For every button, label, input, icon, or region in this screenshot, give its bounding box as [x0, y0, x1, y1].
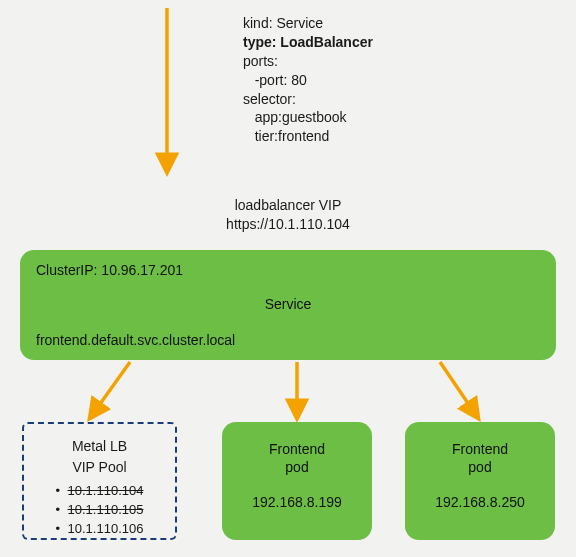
pod-name: Frontend pod	[222, 440, 372, 476]
yaml-type: type: LoadBalancer	[243, 33, 443, 52]
yaml-selector-app: app:guestbook	[243, 108, 443, 127]
service-yaml-spec: kind: Service type: LoadBalancer ports: …	[243, 14, 443, 146]
pod-ip: 192.168.8.199	[222, 494, 372, 510]
vip-url: https://10.1.110.104	[0, 215, 576, 234]
service-dns: frontend.default.svc.cluster.local	[36, 332, 235, 348]
metal-lb-subtitle: VIP Pool	[24, 457, 175, 478]
loadbalancer-vip-label: loadbalancer VIP https://10.1.110.104	[0, 196, 576, 234]
vip-title: loadbalancer VIP	[0, 196, 576, 215]
vip-pool-ip-free: 10.1.110.106	[56, 520, 144, 539]
service-title: Service	[20, 296, 556, 312]
yaml-selector-tier: tier:frontend	[243, 127, 443, 146]
frontend-pod-box: Frontend pod 192.168.8.250	[405, 422, 555, 540]
frontend-pod-box: Frontend pod 192.168.8.199	[222, 422, 372, 540]
pod-name: Frontend pod	[405, 440, 555, 476]
pod-ip: 192.168.8.250	[405, 494, 555, 510]
yaml-port-80: -port: 80	[243, 71, 443, 90]
yaml-selector: selector:	[243, 90, 443, 109]
svg-line-1	[90, 362, 130, 418]
yaml-ports: ports:	[243, 52, 443, 71]
yaml-kind: kind: Service	[243, 14, 443, 33]
metal-lb-box: Metal LB VIP Pool 10.1.110.104 10.1.110.…	[22, 422, 177, 540]
service-box: ClusterIP: 10.96.17.201 Service frontend…	[20, 250, 556, 360]
vip-pool-ip-used: 10.1.110.104	[56, 482, 144, 501]
svg-line-3	[440, 362, 478, 418]
vip-pool-list: 10.1.110.104 10.1.110.105 10.1.110.106	[24, 482, 175, 539]
metal-lb-title: Metal LB	[24, 436, 175, 457]
vip-pool-ip-used: 10.1.110.105	[56, 501, 144, 520]
cluster-ip: ClusterIP: 10.96.17.201	[36, 262, 183, 278]
